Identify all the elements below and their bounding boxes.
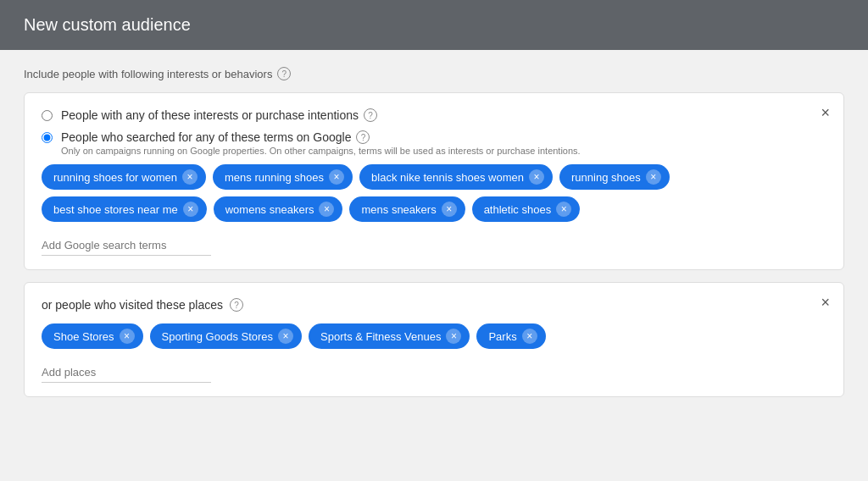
main-content: Include people with following interests … [0,50,868,426]
place-tag: Shoe Stores× [42,323,143,349]
place-tag-remove-button[interactable]: × [446,329,461,344]
place-tag-remove-button[interactable]: × [522,329,537,344]
place-tag: Sports & Fitness Venues× [309,323,470,349]
option2-sublabel: Only on campaigns running on Google prop… [61,146,581,156]
option1-radio[interactable] [42,110,53,121]
search-tag-remove-button[interactable]: × [183,202,198,217]
search-tag: running shoes for women× [42,164,206,190]
option1-label: People with any of these interests or pu… [61,108,377,122]
places-label: or people who visited these places ? [42,298,826,312]
place-tag-remove-button[interactable]: × [120,329,135,344]
option1-row: People with any of these interests or pu… [42,108,826,122]
search-tag-remove-button[interactable]: × [319,202,334,217]
page-header: New custom audience [0,0,868,50]
places-tags-container: Shoe Stores×Sporting Goods Stores×Sports… [42,323,826,349]
search-tag-remove-button[interactable]: × [329,169,344,185]
audience-type-card: × People with any of these interests or … [24,92,844,270]
search-tag-remove-button[interactable]: × [442,202,457,217]
option1-help-icon[interactable]: ? [364,108,377,122]
search-tag: mens sneakers× [349,196,465,222]
places-card: × or people who visited these places ? S… [24,282,844,397]
search-tag: running shoes× [559,164,670,190]
search-tag-remove-button[interactable]: × [529,169,544,185]
search-tag-remove-button[interactable]: × [556,202,571,217]
section-label: Include people with following interests … [24,67,844,80]
card2-close-button[interactable]: × [821,295,830,310]
add-search-terms-input[interactable] [42,235,211,256]
add-places-input[interactable] [42,362,211,383]
search-tag-remove-button[interactable]: × [182,169,198,185]
section-help-icon[interactable]: ? [277,67,291,80]
option2-label: People who searched for any of these ter… [61,130,581,144]
place-tag: Parks× [476,323,545,349]
search-tag: best shoe stores near me× [42,196,207,222]
place-tag-remove-button[interactable]: × [278,329,293,344]
card1-close-button[interactable]: × [821,105,830,120]
search-tag: athletic shoes× [472,196,581,222]
search-tag: black nike tennis shoes women× [359,164,553,190]
option2-radio[interactable] [42,132,53,143]
search-tags-container: running shoes for women×mens running sho… [42,164,826,222]
page-title: New custom audience [24,15,191,34]
places-help-icon[interactable]: ? [230,298,243,312]
search-tag: womens sneakers× [214,196,343,222]
search-tag-remove-button[interactable]: × [646,169,661,185]
place-tag: Sporting Goods Stores× [150,323,303,349]
option2-help-icon[interactable]: ? [356,130,370,144]
option2-row: People who searched for any of these ter… [42,130,826,156]
search-tag: mens running shoes× [213,164,353,190]
